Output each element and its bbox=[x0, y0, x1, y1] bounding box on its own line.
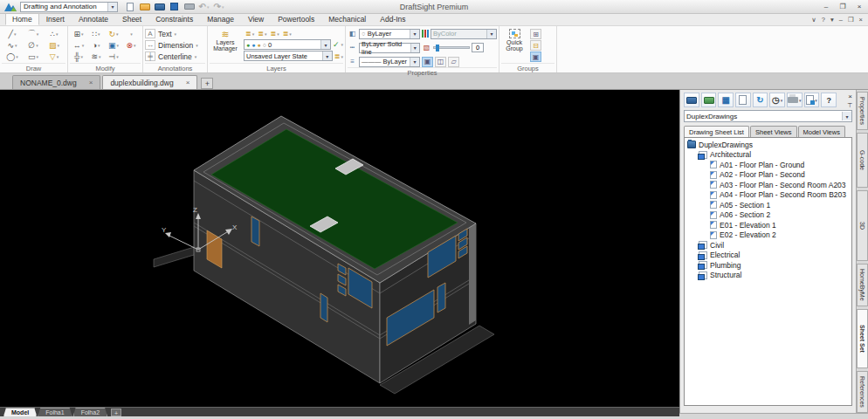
scale-tool[interactable]: ▣▾ bbox=[105, 39, 122, 51]
tab-addins[interactable]: Add-Ins bbox=[373, 13, 412, 25]
layers-manager-button[interactable]: ≋ Layers Manager bbox=[210, 28, 241, 63]
panel-close-icon[interactable]: × bbox=[848, 93, 852, 100]
node-a03[interactable]: A03 - Floor Plan - Second Room A203 bbox=[685, 180, 851, 190]
tab-manage[interactable]: Manage bbox=[200, 13, 241, 25]
line-color-dropdown[interactable]: ○ ByLayer ▾ bbox=[359, 29, 420, 39]
centerline-tool[interactable]: ╪ Centerline ▾ bbox=[145, 51, 205, 62]
tab-home[interactable]: Home bbox=[5, 13, 39, 25]
sheet-set-dropdown[interactable]: DuplexDrawings ▾ bbox=[684, 110, 852, 122]
stab-model[interactable]: Model bbox=[3, 408, 37, 416]
new-document-tab-button[interactable]: + bbox=[201, 78, 213, 89]
vtab-references[interactable]: References bbox=[857, 371, 868, 413]
text-tool[interactable]: A Text ▾ bbox=[145, 28, 205, 39]
isolate-layer-button[interactable]: ≣ bbox=[283, 30, 292, 38]
point-tool[interactable]: ∴▾ bbox=[44, 28, 65, 39]
tab-drawing-sheet-list[interactable]: Drawing Sheet List bbox=[684, 126, 749, 137]
spline-tool[interactable]: ∿▾ bbox=[2, 39, 23, 51]
circle-tool[interactable]: ◯▾ bbox=[2, 51, 23, 62]
stab-folha2[interactable]: Folha2 bbox=[73, 408, 107, 416]
freeze-layer-button[interactable]: ≣ bbox=[258, 30, 266, 38]
print-file-button[interactable] bbox=[183, 2, 195, 12]
polygon-tool[interactable]: ▽▾ bbox=[44, 51, 65, 62]
vtab-homebyme[interactable]: HomeByMe bbox=[857, 264, 868, 306]
hide-objects-button[interactable]: ▱ bbox=[448, 57, 459, 67]
previous-layer-button[interactable]: ≣ bbox=[334, 52, 343, 60]
bycolor-dropdown[interactable]: ByColor ▾ bbox=[431, 29, 497, 39]
node-a02[interactable]: A02 - Floor Plan - Second bbox=[685, 170, 851, 181]
tab-constraints[interactable]: Constraints bbox=[148, 13, 200, 25]
help-button[interactable]: ? bbox=[821, 93, 837, 107]
match-properties-button[interactable]: ▣ bbox=[422, 57, 433, 67]
open-sheet-set-button[interactable] bbox=[684, 93, 699, 107]
vtab-sheet-set-manager[interactable]: Sheet Set Manager bbox=[857, 309, 868, 368]
node-duplexdrawings[interactable]: DuplexDrawings bbox=[685, 140, 851, 150]
lock-layer-button[interactable]: ≣ bbox=[270, 30, 279, 38]
restore-button[interactable]: ❐ bbox=[837, 3, 848, 10]
new-file-button[interactable] bbox=[124, 2, 135, 12]
node-plumbing[interactable]: Plumbing bbox=[685, 260, 851, 271]
layer-state-dropdown[interactable]: Unsaved Layer State ▾ bbox=[244, 51, 333, 61]
node-structural[interactable]: Structural bbox=[685, 271, 851, 281]
node-civil[interactable]: Civil bbox=[685, 240, 851, 251]
tab-model-views[interactable]: Model Views bbox=[798, 126, 845, 137]
offset-tool[interactable]: ≋▾ bbox=[87, 51, 105, 62]
close-button[interactable]: × bbox=[854, 3, 865, 10]
history-button[interactable]: ◷ bbox=[769, 93, 785, 107]
node-a04[interactable]: A04 - Floor Plan - Second Room B203 bbox=[685, 190, 851, 201]
move-tool[interactable]: ╬▾ bbox=[70, 51, 87, 62]
node-a01[interactable]: A01 - Floor Plan - Ground bbox=[685, 160, 851, 170]
import-file-button[interactable] bbox=[154, 2, 165, 12]
new-sheet-tab-button[interactable]: + bbox=[111, 409, 121, 416]
ellipse-tool[interactable]: ∅▾ bbox=[23, 39, 44, 51]
tab-sheet[interactable]: Sheet bbox=[115, 13, 148, 25]
group-toggle-button[interactable]: ▣ bbox=[530, 52, 541, 62]
node-e02[interactable]: E02 - Elevation 2 bbox=[685, 230, 851, 241]
tab-sheet-views[interactable]: Sheet Views bbox=[750, 126, 797, 137]
vtab-properties[interactable]: Properties bbox=[857, 92, 868, 130]
stretch-tool[interactable]: ↔▾ bbox=[70, 39, 87, 51]
tab-mechanical[interactable]: Mechanical bbox=[321, 13, 373, 25]
doc-close-button[interactable]: × bbox=[859, 16, 863, 24]
minimize-button[interactable]: – bbox=[821, 3, 831, 10]
rectangle-tool[interactable]: ▭▾ bbox=[23, 51, 44, 62]
node-architectural[interactable]: Architectural bbox=[685, 150, 851, 161]
drawing-viewport[interactable]: Z Y X bbox=[0, 90, 679, 407]
transparency-slider[interactable] bbox=[433, 46, 470, 49]
hatch-tool[interactable]: ▨▾ bbox=[44, 39, 65, 51]
close-tab-icon[interactable] bbox=[186, 79, 190, 86]
print-button[interactable] bbox=[787, 93, 803, 107]
doc-duplexbuilding[interactable]: duplexbuilding.dwg bbox=[102, 75, 197, 89]
ribbon-collapse-button[interactable]: ∨ bbox=[811, 16, 816, 24]
line-style-dropdown[interactable]: ByLayer Solid line ▾ bbox=[359, 43, 420, 53]
tab-view[interactable]: View bbox=[241, 13, 271, 25]
node-e01[interactable]: E01 - Elevation 1 bbox=[685, 220, 851, 230]
mirror-tool[interactable]: ◑▾ bbox=[87, 39, 105, 51]
line-weight-dropdown[interactable]: ——— ByLayer ▾ bbox=[359, 57, 420, 67]
stab-folha1[interactable]: Folha1 bbox=[38, 408, 72, 416]
quick-group-button[interactable]: Quick Group bbox=[501, 28, 527, 63]
node-a06[interactable]: A06 - Section 2 bbox=[685, 210, 851, 221]
hide-layer-button[interactable]: ≣ bbox=[245, 30, 254, 38]
line-tool[interactable]: ╱▾ bbox=[2, 28, 23, 39]
import-sheet-button[interactable]: ▦ bbox=[718, 93, 734, 107]
layer-dropdown[interactable]: ● ● ● ○ 0 ▾ bbox=[244, 39, 331, 50]
isolate-objects-button[interactable]: ◫ bbox=[435, 57, 446, 67]
help-button[interactable]: ? bbox=[822, 16, 825, 24]
node-electrical[interactable]: Electrical bbox=[685, 251, 851, 261]
dimension-tool[interactable]: ↔ Dimension ▾ bbox=[145, 39, 205, 51]
doc-restore-button[interactable]: ❐ bbox=[848, 16, 854, 24]
node-a05[interactable]: A05 - Section 1 bbox=[685, 200, 851, 210]
tab-annotate[interactable]: Annotate bbox=[72, 13, 115, 25]
spacer-tool[interactable]: ▾ bbox=[122, 28, 140, 39]
tab-powertools[interactable]: Powertools bbox=[271, 13, 321, 25]
panel-pin-icon[interactable]: ⊤ bbox=[847, 102, 852, 109]
undo-button[interactable]: ↶ bbox=[198, 2, 210, 12]
save-file-button[interactable] bbox=[169, 2, 180, 12]
vtab-gcode[interactable]: G-code Generator bbox=[857, 133, 868, 188]
ungroup-button[interactable]: ⊟ bbox=[530, 40, 541, 51]
delete-tool[interactable]: ⊗▾ bbox=[122, 39, 140, 51]
vtab-3dcontentcentral[interactable]: 3D CONTENTCENTRAL bbox=[857, 190, 868, 262]
export-button[interactable] bbox=[804, 93, 820, 107]
help-menu-button[interactable]: ▾ bbox=[830, 16, 834, 24]
redo-button[interactable]: ↷ bbox=[213, 2, 224, 12]
